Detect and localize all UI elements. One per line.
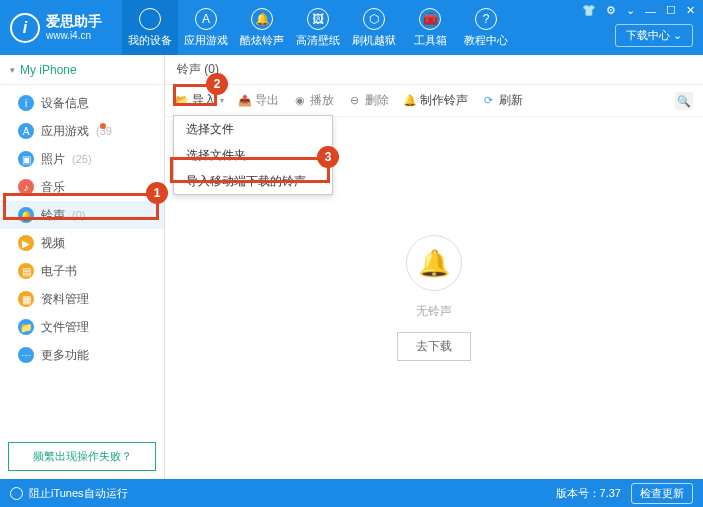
sidebar-item-count: (25) bbox=[72, 153, 92, 165]
download-center-button[interactable]: 下载中心 ⌄ bbox=[615, 24, 693, 47]
window-controls: 👕 ⚙ ⌄ — ☐ ✕ bbox=[582, 4, 695, 17]
video-icon: ▶ bbox=[18, 235, 34, 251]
nav-jailbreak[interactable]: ⬡刷机越狱 bbox=[346, 0, 402, 55]
apple-icon bbox=[139, 8, 161, 30]
refresh-button[interactable]: ⟳刷新 bbox=[482, 92, 523, 109]
device-name: My iPhone bbox=[20, 63, 77, 77]
music-icon: ♪ bbox=[18, 179, 34, 195]
toolbar-label: 制作铃声 bbox=[420, 92, 468, 109]
bell-plus-icon: 🔔 bbox=[403, 94, 416, 107]
top-nav: 我的设备 A应用游戏 🔔酷炫铃声 🖼高清壁纸 ⬡刷机越狱 🧰工具箱 ?教程中心 bbox=[122, 0, 514, 55]
sidebar-item-music[interactable]: ♪音乐 bbox=[0, 173, 164, 201]
empty-bell-icon: 🔔 bbox=[406, 235, 462, 291]
toolbar-label: 删除 bbox=[365, 92, 389, 109]
toolbar-label: 播放 bbox=[310, 92, 334, 109]
nav-label: 刷机越狱 bbox=[352, 33, 396, 48]
nav-tutorials[interactable]: ?教程中心 bbox=[458, 0, 514, 55]
dropdown-import-mobile[interactable]: 导入移动端下载的铃声 bbox=[174, 168, 332, 194]
toolbar-label: 刷新 bbox=[499, 92, 523, 109]
nav-toolbox[interactable]: 🧰工具箱 bbox=[402, 0, 458, 55]
nav-wallpapers[interactable]: 🖼高清壁纸 bbox=[290, 0, 346, 55]
content-area: 铃声 (0) 📂导入▾ 📤导出 ◉播放 ⊖删除 🔔制作铃声 ⟳刷新 🔍 选择文件… bbox=[165, 55, 703, 479]
toolbar: 📂导入▾ 📤导出 ◉播放 ⊖删除 🔔制作铃声 ⟳刷新 🔍 选择文件 选择文件夹 … bbox=[165, 85, 703, 117]
apps-icon: A bbox=[18, 123, 34, 139]
delete-button[interactable]: ⊖删除 bbox=[348, 92, 389, 109]
dropdown-icon[interactable]: ⌄ bbox=[626, 4, 635, 17]
help-icon: ? bbox=[475, 8, 497, 30]
titlebar: i 爱思助手 www.i4.cn 我的设备 A应用游戏 🔔酷炫铃声 🖼高清壁纸 … bbox=[0, 0, 703, 55]
toolbar-label: 导入 bbox=[192, 92, 216, 109]
app-url: www.i4.cn bbox=[46, 30, 102, 41]
tab-header: 铃声 (0) bbox=[165, 55, 703, 85]
nav-apps[interactable]: A应用游戏 bbox=[178, 0, 234, 55]
toolbar-label: 导出 bbox=[255, 92, 279, 109]
version-label: 版本号：7.37 bbox=[556, 486, 621, 501]
sidebar-item-apps[interactable]: A应用游戏(39 bbox=[0, 117, 164, 145]
delete-icon: ⊖ bbox=[348, 94, 361, 107]
nav-label: 应用游戏 bbox=[184, 33, 228, 48]
nav-label: 酷炫铃声 bbox=[240, 33, 284, 48]
sidebar-item-photos[interactable]: ▣照片(25) bbox=[0, 145, 164, 173]
sidebar-item-label: 应用游戏 bbox=[41, 123, 89, 140]
sidebar-item-videos[interactable]: ▶视频 bbox=[0, 229, 164, 257]
box-icon: ⬡ bbox=[363, 8, 385, 30]
nav-label: 工具箱 bbox=[414, 33, 447, 48]
device-selector[interactable]: My iPhone bbox=[0, 55, 164, 85]
sidebar-item-label: 电子书 bbox=[41, 263, 77, 280]
close-button[interactable]: ✕ bbox=[686, 4, 695, 17]
play-icon: ◉ bbox=[293, 94, 306, 107]
help-link[interactable]: 频繁出现操作失败？ bbox=[8, 442, 156, 471]
search-icon: 🔍 bbox=[677, 95, 691, 108]
nav-label: 高清壁纸 bbox=[296, 33, 340, 48]
dropdown-select-file[interactable]: 选择文件 bbox=[174, 116, 332, 142]
info-icon: i bbox=[18, 95, 34, 111]
app-name: 爱思助手 bbox=[46, 14, 102, 29]
sidebar-item-files[interactable]: 📁文件管理 bbox=[0, 313, 164, 341]
folder-icon: 📁 bbox=[18, 319, 34, 335]
sidebar-item-ebooks[interactable]: ▤电子书 bbox=[0, 257, 164, 285]
nav-my-device[interactable]: 我的设备 bbox=[122, 0, 178, 55]
main-area: My iPhone i设备信息 A应用游戏(39 ▣照片(25) ♪音乐 🔔铃声… bbox=[0, 55, 703, 479]
make-ringtone-button[interactable]: 🔔制作铃声 bbox=[403, 92, 468, 109]
block-icon bbox=[10, 487, 23, 500]
apps-icon: A bbox=[195, 8, 217, 30]
maximize-button[interactable]: ☐ bbox=[666, 4, 676, 17]
export-button[interactable]: 📤导出 bbox=[238, 92, 279, 109]
logo-icon: i bbox=[10, 13, 40, 43]
app-logo: i 爱思助手 www.i4.cn bbox=[10, 13, 102, 43]
sidebar-item-label: 更多功能 bbox=[41, 347, 89, 364]
sidebar-item-label: 资料管理 bbox=[41, 291, 89, 308]
shirt-icon[interactable]: 👕 bbox=[582, 4, 596, 17]
bell-icon: 🔔 bbox=[18, 207, 34, 223]
sidebar-item-label: 铃声 bbox=[41, 207, 65, 224]
minimize-button[interactable]: — bbox=[645, 5, 656, 17]
sidebar-item-more[interactable]: ⋯更多功能 bbox=[0, 341, 164, 369]
empty-text: 无铃声 bbox=[416, 303, 452, 320]
play-button[interactable]: ◉播放 bbox=[293, 92, 334, 109]
sidebar-item-deviceinfo[interactable]: i设备信息 bbox=[0, 89, 164, 117]
status-left[interactable]: 阻止iTunes自动运行 bbox=[10, 486, 128, 501]
go-download-button[interactable]: 去下载 bbox=[397, 332, 471, 361]
check-update-button[interactable]: 检查更新 bbox=[631, 483, 693, 504]
folder-open-icon: 📂 bbox=[175, 94, 188, 107]
dropdown-select-folder[interactable]: 选择文件夹 bbox=[174, 142, 332, 168]
status-text: 阻止iTunes自动运行 bbox=[29, 486, 128, 501]
import-button[interactable]: 📂导入▾ bbox=[175, 92, 224, 109]
refresh-icon: ⟳ bbox=[482, 94, 495, 107]
search-button[interactable]: 🔍 bbox=[675, 92, 693, 110]
bell-icon: 🔔 bbox=[251, 8, 273, 30]
sidebar-item-ringtones[interactable]: 🔔铃声(0) bbox=[0, 201, 164, 229]
sidebar-item-label: 文件管理 bbox=[41, 319, 89, 336]
data-icon: ▦ bbox=[18, 291, 34, 307]
settings-icon[interactable]: ⚙ bbox=[606, 4, 616, 17]
nav-ringtones[interactable]: 🔔酷炫铃声 bbox=[234, 0, 290, 55]
toolbox-icon: 🧰 bbox=[419, 8, 441, 30]
sidebar-item-data[interactable]: ▦资料管理 bbox=[0, 285, 164, 313]
sidebar-item-label: 音乐 bbox=[41, 179, 65, 196]
import-dropdown: 选择文件 选择文件夹 导入移动端下载的铃声 bbox=[173, 115, 333, 195]
sidebar: My iPhone i设备信息 A应用游戏(39 ▣照片(25) ♪音乐 🔔铃声… bbox=[0, 55, 165, 479]
status-right: 版本号：7.37 检查更新 bbox=[556, 483, 693, 504]
export-icon: 📤 bbox=[238, 94, 251, 107]
sidebar-item-label: 视频 bbox=[41, 235, 65, 252]
image-icon: 🖼 bbox=[307, 8, 329, 30]
